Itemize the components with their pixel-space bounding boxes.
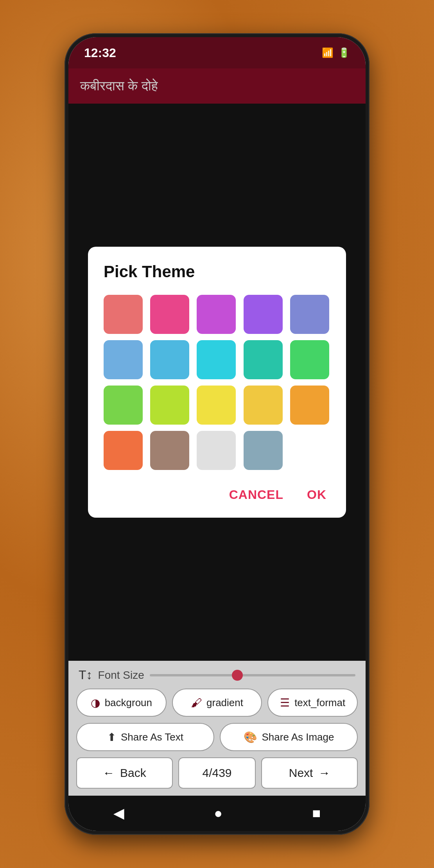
font-size-row: T↕ Font Size <box>76 668 358 682</box>
font-size-label: Font Size <box>98 669 144 681</box>
color-swatch-amber[interactable] <box>244 386 283 425</box>
color-grid <box>104 295 330 470</box>
color-swatch-coral-red[interactable] <box>104 295 143 334</box>
color-swatch-light-gray[interactable] <box>197 431 236 470</box>
app-title: कबीरदास के दोहे <box>80 78 158 94</box>
next-label: Next <box>289 766 313 780</box>
color-swatch-lime[interactable] <box>104 386 143 425</box>
back-label: Back <box>120 766 146 780</box>
color-swatch-green[interactable] <box>290 340 329 379</box>
color-swatch-lavender[interactable] <box>290 295 329 334</box>
color-swatch-deep-pink[interactable] <box>150 295 189 334</box>
text-format-label: text_format <box>294 697 345 709</box>
status-time: 12:32 <box>84 46 116 60</box>
gradient-icon: 🖌 <box>191 696 202 709</box>
color-swatch-blue[interactable] <box>150 340 189 379</box>
dialog-title: Pick Theme <box>104 262 330 281</box>
gradient-button[interactable]: 🖌 gradient <box>172 689 262 717</box>
share-text-label: Share As Text <box>121 731 183 743</box>
bottom-controls: T↕ Font Size ◑ backgroun 🖌 gradient ☰ <box>68 661 366 796</box>
nav-row: ← Back 4/439 Next → <box>76 757 358 789</box>
ok-button[interactable]: OK <box>303 484 330 506</box>
share-row: ⬆ Share As Text 🎨 Share As Image <box>76 723 358 751</box>
android-nav-bar: ◀ ● ■ <box>68 796 366 831</box>
background-icon: ◑ <box>91 696 100 709</box>
android-home-button[interactable]: ● <box>214 805 222 821</box>
status-bar: 12:32 📶 🔋 <box>68 37 366 68</box>
dialog-overlay: Pick Theme <box>68 104 366 661</box>
dialog-actions: CANCEL OK <box>104 484 330 506</box>
share-text-icon: ⬆ <box>107 731 116 744</box>
content-area: जिन खोजा तिन पाइया, गहरे पानी पैठ, मैं ब… <box>68 104 366 661</box>
back-button[interactable]: ← Back <box>76 757 173 789</box>
tool-row: ◑ backgroun 🖌 gradient ☰ text_format <box>76 689 358 717</box>
slider-thumb <box>232 670 243 681</box>
background-button[interactable]: ◑ backgroun <box>76 689 167 717</box>
color-swatch-brown[interactable] <box>150 431 189 470</box>
phone-screen: 12:32 📶 🔋 कबीरदास के दोहे जिन खोजा तिन प… <box>68 37 366 831</box>
next-button[interactable]: Next → <box>261 757 358 789</box>
color-swatch-teal[interactable] <box>244 340 283 379</box>
next-arrow-icon: → <box>318 766 330 780</box>
text-format-icon: ☰ <box>280 696 290 709</box>
color-swatch-orange[interactable] <box>290 386 329 425</box>
android-recent-button[interactable]: ■ <box>312 805 321 821</box>
android-back-button[interactable]: ◀ <box>113 805 124 821</box>
color-swatch-sky-blue[interactable] <box>104 340 143 379</box>
color-swatch-purple[interactable] <box>197 295 236 334</box>
color-swatch-yellow[interactable] <box>197 386 236 425</box>
back-arrow-icon: ← <box>103 766 115 780</box>
status-icon-1: 📶 <box>322 47 334 58</box>
color-swatch-coral[interactable] <box>104 431 143 470</box>
font-size-icon: T↕ <box>79 668 93 682</box>
font-size-slider[interactable] <box>150 674 355 676</box>
phone-frame: 12:32 📶 🔋 कबीरदास के दोहे जिन खोजा तिन प… <box>65 33 369 835</box>
cancel-button[interactable]: CANCEL <box>225 484 287 506</box>
share-image-icon: 🎨 <box>244 731 257 744</box>
share-image-label: Share As Image <box>262 731 334 743</box>
share-as-text-button[interactable]: ⬆ Share As Text <box>76 723 214 751</box>
page-counter: 4/439 <box>178 757 256 789</box>
share-as-image-button[interactable]: 🎨 Share As Image <box>220 723 358 751</box>
text-format-button[interactable]: ☰ text_format <box>267 689 358 717</box>
color-swatch-light-lime[interactable] <box>150 386 189 425</box>
color-swatch-cyan[interactable] <box>197 340 236 379</box>
gradient-label: gradient <box>206 697 243 709</box>
color-swatch-violet[interactable] <box>244 295 283 334</box>
background-label: backgroun <box>105 697 152 709</box>
top-app-bar: कबीरदास के दोहे <box>68 68 366 104</box>
status-icons: 📶 🔋 <box>322 47 350 58</box>
counter-label: 4/439 <box>202 766 231 780</box>
color-swatch-blue-gray[interactable] <box>244 431 283 470</box>
battery-icon: 🔋 <box>338 47 350 58</box>
pick-theme-dialog: Pick Theme <box>88 247 346 518</box>
